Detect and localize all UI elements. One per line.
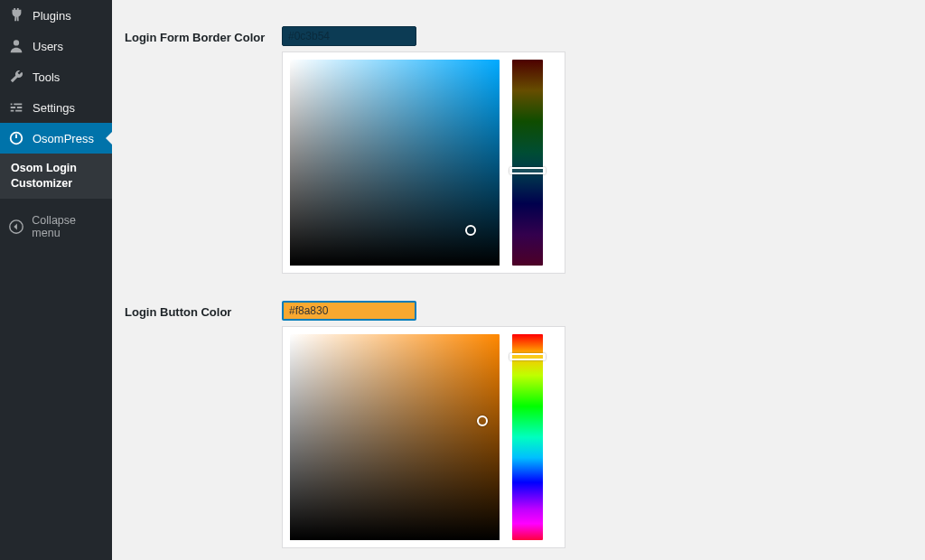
saturation-handle[interactable] — [477, 415, 488, 426]
field-login-form-border-color: Login Form Border Color — [125, 26, 925, 274]
sliders-icon — [7, 98, 25, 117]
color-hex-input[interactable] — [282, 26, 416, 46]
collapse-menu-label: Collapse menu — [32, 214, 105, 239]
sidebar-item-osompress[interactable]: OsomPress — [0, 123, 112, 154]
color-hex-input[interactable] — [282, 301, 416, 321]
field-control — [282, 301, 565, 548]
sidebar-item-label: Users — [33, 40, 63, 53]
field-label: Login Button Color — [125, 301, 282, 319]
osompress-icon — [7, 129, 25, 147]
svg-point-0 — [14, 40, 19, 45]
settings-content: Login Form Border Color Login Button Col… — [112, 0, 925, 560]
color-picker-panel — [282, 326, 565, 548]
sidebar-item-label: Settings — [33, 101, 75, 115]
saturation-lightness-area[interactable] — [290, 60, 500, 266]
field-login-button-color: Login Button Color — [125, 301, 925, 548]
plugin-icon — [7, 6, 25, 24]
saturation-handle[interactable] — [465, 225, 476, 236]
sidebar-item-tools[interactable]: Tools — [0, 61, 112, 92]
field-label: Login Form Border Color — [125, 26, 282, 44]
sidebar-item-users[interactable]: Users — [0, 31, 112, 61]
sidebar-subitem-osom-login-customizer[interactable]: Osom Login Customizer — [0, 154, 112, 199]
collapse-menu-button[interactable]: Collapse menu — [0, 208, 112, 246]
hue-slider[interactable] — [512, 334, 543, 540]
hue-slider[interactable] — [512, 60, 543, 266]
admin-sidebar: Plugins Users Tools Settings OsomPress O… — [0, 0, 112, 560]
saturation-lightness-area[interactable] — [290, 334, 500, 540]
sidebar-item-label: Plugins — [33, 9, 71, 23]
field-control — [282, 26, 565, 274]
sidebar-item-label: OsomPress — [33, 132, 94, 145]
user-icon — [7, 37, 25, 55]
color-picker-panel — [282, 51, 565, 274]
sidebar-item-settings[interactable]: Settings — [0, 92, 112, 123]
wrench-icon — [7, 68, 25, 86]
collapse-icon — [7, 218, 24, 236]
sidebar-item-plugins[interactable]: Plugins — [0, 0, 112, 31]
sidebar-item-label: Tools — [33, 70, 60, 84]
hue-handle[interactable] — [509, 167, 546, 174]
hue-handle[interactable] — [509, 353, 546, 360]
